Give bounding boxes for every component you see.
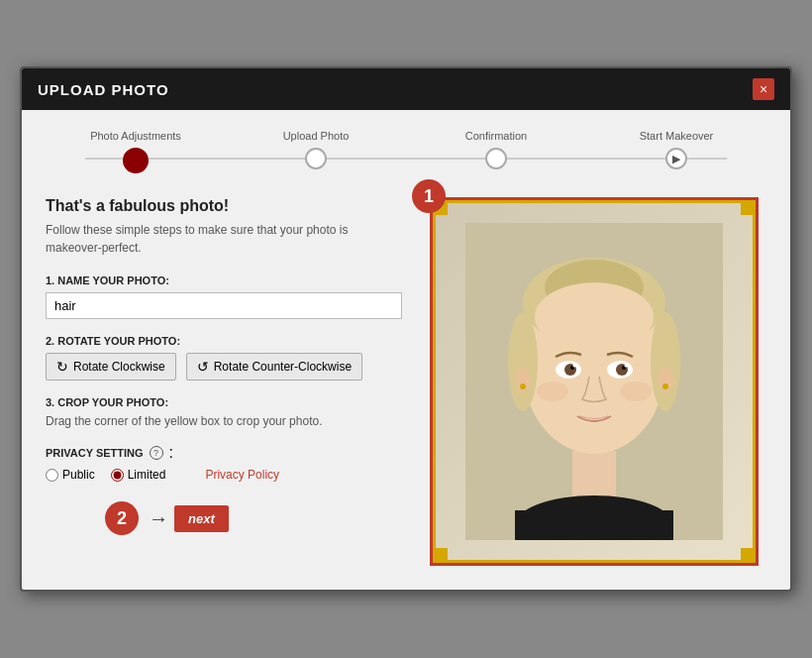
privacy-section: PRIVACY SETTING ? : Public Lim (46, 444, 402, 482)
privacy-limited-radio[interactable] (111, 469, 124, 482)
step-photo-adjustments: Photo Adjustments (46, 130, 226, 173)
crop-corner-tr[interactable] (741, 203, 753, 215)
name-section-label: 1. NAME YOUR PHOTO: (46, 274, 402, 286)
step-circle-4: ▶ (665, 148, 687, 169)
photo-name-input[interactable] (46, 292, 402, 319)
crop-section-label: 3. CROP YOUR PHOTO: (46, 396, 402, 408)
svg-point-9 (535, 282, 654, 352)
crop-corner-bl[interactable] (436, 548, 448, 560)
fab-desc: Follow these simple steps to make sure t… (46, 221, 402, 257)
privacy-limited-label: Limited (128, 468, 166, 482)
photo-placeholder (436, 203, 753, 560)
privacy-label-row: PRIVACY SETTING ? : (46, 444, 402, 462)
crop-desc: Drag the corner of the yellow box to cro… (46, 414, 402, 428)
privacy-limited-option[interactable]: Limited (111, 468, 166, 482)
help-icon[interactable]: ? (150, 446, 163, 460)
svg-point-23 (620, 382, 652, 401)
rotate-ccw-button[interactable]: ↺ Rotate Counter-Clockwise (186, 353, 362, 381)
svg-point-17 (625, 365, 628, 368)
close-button[interactable]: × (753, 78, 774, 100)
dialog-titlebar: UPLOAD PHOTO × (22, 68, 790, 110)
step-circle-1 (123, 148, 149, 173)
crop-corner-br[interactable] (741, 548, 753, 560)
step-badge-1: 1 (412, 179, 446, 213)
step-label-2: Upload Photo (283, 130, 350, 142)
privacy-public-label: Public (62, 468, 95, 482)
step-label-4: Start Makeover (640, 130, 714, 142)
svg-point-22 (537, 382, 568, 401)
rotate-cw-button[interactable]: ↻ Rotate Clockwise (46, 353, 176, 381)
step-badge-2: 2 (105, 501, 139, 535)
next-button[interactable]: next (174, 505, 229, 532)
svg-point-7 (651, 312, 680, 411)
photo-frame (430, 197, 759, 566)
step-circle-3 (485, 148, 507, 169)
content-area: That's a fabulous photo! Follow these si… (46, 197, 766, 566)
upload-photo-dialog: UPLOAD PHOTO × Photo Adjustments Upload … (20, 66, 792, 592)
wizard-steps: Photo Adjustments Upload Photo Confirmat… (46, 130, 766, 173)
rotate-section-label: 2. ROTATE YOUR PHOTO: (46, 335, 402, 347)
arrow-icon: → (149, 507, 168, 530)
step-label-3: Confirmation (465, 130, 527, 142)
next-area: 2 → next (46, 501, 402, 535)
photo-inner (433, 200, 756, 563)
svg-point-16 (573, 365, 576, 368)
privacy-policy-link[interactable]: Privacy Policy (205, 468, 279, 482)
rotate-buttons: ↻ Rotate Clockwise ↺ Rotate Counter-Cloc… (46, 353, 402, 381)
step-circle-2 (305, 148, 327, 169)
face-illustration (465, 223, 723, 540)
photo-container: 1 (430, 197, 759, 566)
rotate-cw-icon: ↻ (56, 359, 68, 375)
fab-title: That's a fabulous photo! (46, 197, 402, 215)
step-label-1: Photo Adjustments (90, 130, 181, 142)
step-confirmation: Confirmation (406, 130, 586, 169)
dialog-title: UPLOAD PHOTO (38, 81, 169, 98)
step-start-makeover: Start Makeover ▶ (586, 130, 766, 169)
privacy-colon: : (169, 444, 173, 462)
left-panel: That's a fabulous photo! Follow these si… (46, 197, 402, 566)
privacy-options: Public Limited (46, 468, 165, 482)
rotate-ccw-icon: ↺ (197, 359, 209, 375)
svg-point-6 (508, 312, 538, 411)
dialog-body: Photo Adjustments Upload Photo Confirmat… (22, 110, 790, 590)
svg-rect-3 (515, 510, 673, 540)
privacy-public-radio[interactable] (46, 469, 58, 482)
svg-point-21 (662, 384, 668, 389)
privacy-title: PRIVACY SETTING (46, 447, 144, 459)
privacy-public-option[interactable]: Public (46, 468, 95, 482)
rotate-ccw-label: Rotate Counter-Clockwise (214, 360, 352, 374)
svg-point-20 (520, 384, 526, 389)
rotate-cw-label: Rotate Clockwise (73, 360, 165, 374)
step-upload-photo: Upload Photo (226, 130, 406, 169)
right-panel: 1 (422, 197, 766, 566)
